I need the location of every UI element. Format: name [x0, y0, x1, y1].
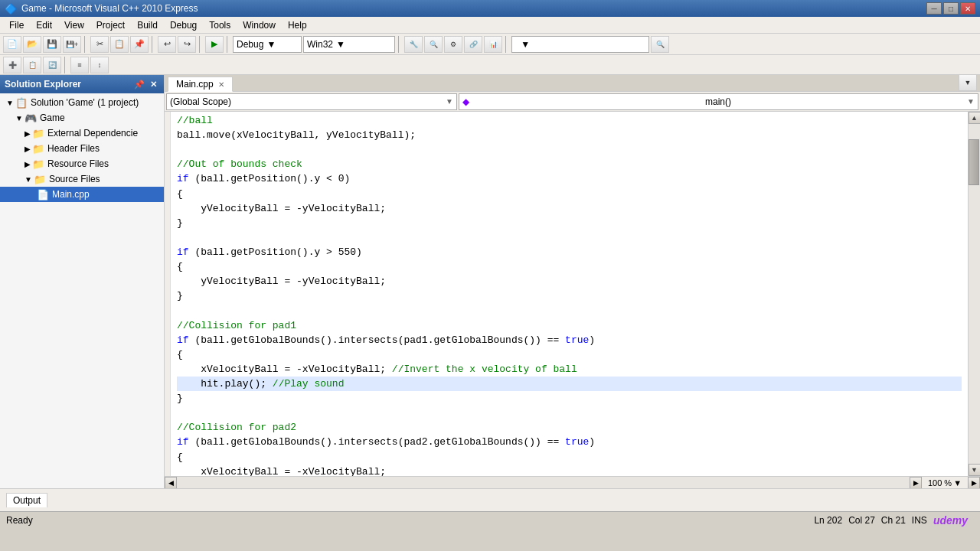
code-line: //Out of bounds check [177, 157, 962, 171]
tree-resource-files[interactable]: ▶ 📁 Resource Files [0, 156, 164, 171]
title-bar-controls[interactable]: ─ □ ✕ [926, 2, 975, 15]
scroll-thumb[interactable] [969, 139, 979, 185]
debug-mode-label: Debug [237, 39, 263, 50]
scroll-left-button[interactable]: ◀ [165, 477, 177, 489]
status-bar: Ready Ln 202 Col 27 Ch 21 INS udemy [0, 511, 980, 528]
expand-icon[interactable]: ▶ [24, 129, 31, 138]
output-tab[interactable]: Output [6, 493, 47, 507]
close-button[interactable]: ✕ [960, 2, 975, 15]
status-left: Ready [6, 515, 33, 526]
scroll-track[interactable] [969, 124, 980, 464]
se-header-buttons[interactable]: 📌 ✕ [133, 80, 159, 90]
add-new-item-button[interactable]: ➕ [3, 57, 21, 73]
search-go-button[interactable]: 🔍 [651, 36, 669, 53]
se-close-button[interactable]: ✕ [147, 80, 159, 90]
menu-help[interactable]: Help [282, 18, 313, 32]
horizontal-scrollbar-area: ◀ ▶ 100 % ▼ ▶ [165, 476, 980, 488]
maximize-button[interactable]: □ [943, 2, 959, 15]
expand-icon[interactable]: ▼ [6, 99, 14, 107]
tree-project[interactable]: ▼ 🎮 Game [0, 110, 164, 126]
new-file-button[interactable]: 📄 [3, 36, 21, 53]
tab-main-cpp[interactable]: Main.cpp ✕ [168, 77, 233, 92]
scope-right-dropdown[interactable]: ◆ main() ▼ [459, 93, 978, 110]
menu-project[interactable]: Project [90, 18, 131, 32]
toolbar-btn-extra2[interactable]: 🔍 [424, 36, 443, 53]
platform-dropdown[interactable]: Win32 ▼ [303, 36, 395, 53]
code-line: } [177, 391, 962, 406]
expand-icon[interactable]: ▶ [24, 160, 31, 168]
toolbar-btn-extra5[interactable]: 📊 [484, 36, 502, 53]
tree-header-files[interactable]: ▶ 📁 Header Files [0, 141, 164, 156]
toolbar-btn-extra1[interactable]: 🔧 [404, 36, 423, 53]
undo-button[interactable]: ↩ [158, 36, 176, 53]
scroll-right-button[interactable]: ▶ [910, 477, 922, 489]
expand-icon[interactable]: ▼ [24, 175, 32, 184]
code-editor[interactable]: //ball ball.move(xVelocityBall, yVelocit… [171, 112, 968, 476]
menu-window[interactable]: Window [237, 18, 282, 32]
menu-view[interactable]: View [58, 18, 90, 32]
tab-scroll-button[interactable]: ▼ [959, 75, 977, 91]
tree-solution[interactable]: ▼ 📋 Solution 'Game' (1 project) [0, 95, 164, 110]
zoom-control[interactable]: 100 % ▼ [922, 478, 968, 487]
editor-gutter [165, 112, 171, 476]
scroll-down-button[interactable]: ▼ [969, 464, 981, 476]
source-files-label: Source Files [49, 174, 100, 184]
redo-button[interactable]: ↪ [178, 36, 196, 53]
menu-bar: File Edit View Project Build Debug Tools… [0, 17, 980, 34]
cpp-file-icon: 📄 [37, 189, 49, 201]
copy-button[interactable]: 📋 [110, 36, 129, 53]
save-all-button[interactable]: 💾+ [63, 36, 81, 53]
main-area: Solution Explorer 📌 ✕ ▼ 📋 Solution 'Game… [0, 75, 980, 511]
solution-explorer-content: ▼ 📋 Solution 'Game' (1 project) ▼ 🎮 Game… [0, 93, 164, 488]
chevron-down-icon: ▼ [446, 97, 453, 106]
toolbar-btn-extra4[interactable]: 🔗 [464, 36, 482, 53]
folder-icon: 📁 [34, 174, 46, 185]
open-file-button[interactable]: 📂 [23, 36, 41, 53]
tree-main-cpp[interactable]: 📄 Main.cpp [0, 187, 164, 202]
folder-icon: 📁 [32, 128, 44, 139]
vertical-scrollbar[interactable]: ▲ ▼ [968, 112, 980, 476]
h-scroll-right2-button[interactable]: ▶ [968, 477, 980, 489]
line-number: Ln 202 [814, 515, 842, 526]
menu-edit[interactable]: Edit [30, 18, 58, 32]
tree-external-dep[interactable]: ▶ 📁 External Dependencie [0, 126, 164, 141]
editor-scroll-container: //ball ball.move(xVelocityBall, yVelocit… [165, 112, 980, 476]
collapse-button[interactable]: ≡ [70, 57, 89, 73]
menu-build[interactable]: Build [131, 18, 164, 32]
tab-label: Main.cpp [176, 79, 214, 90]
code-line [177, 142, 962, 157]
separator-4 [227, 36, 230, 53]
search-dropdown[interactable]: ▼ [511, 36, 649, 53]
tab-close-button[interactable]: ✕ [218, 80, 224, 89]
code-line: if (ball.getPosition().y > 550) [177, 245, 962, 259]
title-bar-left: 🔷 Game - Microsoft Visual C++ 2010 Expre… [5, 3, 198, 15]
scroll-up-button[interactable]: ▲ [969, 112, 981, 124]
save-button[interactable]: 💾 [43, 36, 61, 53]
expand-icon[interactable]: ▼ [15, 114, 23, 122]
column-number: Col 27 [848, 515, 875, 526]
debug-mode-dropdown[interactable]: Debug ▼ [233, 36, 302, 53]
menu-tools[interactable]: Tools [203, 18, 237, 32]
search-label [515, 39, 518, 50]
tab-bar: Main.cpp ✕ ▼ [165, 75, 980, 92]
run-button[interactable]: ▶ [205, 36, 224, 53]
scope-left-dropdown[interactable]: (Global Scope) ▼ [166, 93, 457, 110]
separator-2 [152, 36, 155, 53]
se-pin-button[interactable]: 📌 [133, 80, 145, 90]
code-line: { [177, 187, 962, 201]
refresh-button[interactable]: 🔄 [43, 57, 61, 73]
minimize-button[interactable]: ─ [926, 2, 942, 15]
properties-button[interactable]: 📋 [23, 57, 41, 73]
menu-debug[interactable]: Debug [164, 18, 203, 32]
scope-bar: (Global Scope) ▼ ◆ main() ▼ [165, 92, 980, 112]
tree-source-files[interactable]: ▼ 📁 Source Files [0, 171, 164, 187]
h-scroll-track[interactable] [177, 477, 910, 488]
toolbar-btn-extra3[interactable]: ⚙ [444, 36, 462, 53]
expand-icon[interactable]: ▶ [24, 145, 31, 153]
paste-button[interactable]: 📌 [130, 36, 149, 53]
scope-right-label: main() [705, 96, 731, 107]
cut-button[interactable]: ✂ [90, 36, 109, 53]
code-line: yVelocityBall = -yVelocityBall; [177, 274, 962, 289]
sort-button[interactable]: ↕ [90, 57, 109, 73]
menu-file[interactable]: File [3, 18, 30, 32]
